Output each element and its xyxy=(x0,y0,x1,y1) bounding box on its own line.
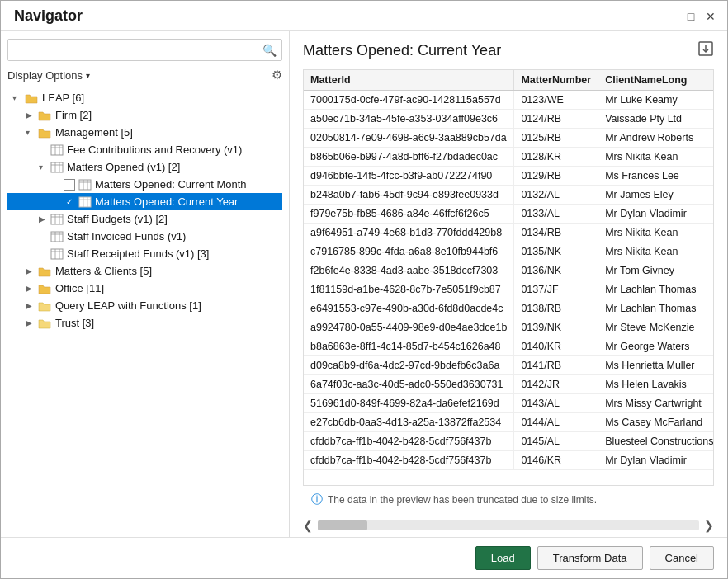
tree-item-matters-opened[interactable]: ▾ Matters Opened (v1) [2] xyxy=(7,158,282,176)
search-box[interactable]: 🔍 xyxy=(7,39,282,61)
tree-item-current-year[interactable]: ✓ Matters Opened: Current Year xyxy=(7,193,282,210)
table-icon-current-month xyxy=(78,179,92,191)
table-cell: 0137/JF xyxy=(514,280,598,299)
table-cell: 0145/AL xyxy=(514,432,598,451)
transform-data-button[interactable]: Transform Data xyxy=(537,546,643,570)
col-header-matterid: MatterId xyxy=(304,70,514,91)
settings-icon[interactable]: ⚙ xyxy=(272,68,282,82)
table-cell: e27cb6db-0aa3-4d13-a25a-13872ffa2534 xyxy=(304,413,514,432)
table-cell: Mr Tom Givney xyxy=(598,261,714,280)
tree-item-current-month[interactable]: Matters Opened: Current Month xyxy=(7,176,282,193)
tree-item-trust[interactable]: ▶ Trust [3] xyxy=(7,314,282,332)
checkbox-current-year[interactable]: ✓ xyxy=(64,196,75,208)
table-row: f979e75b-fb85-4686-a84e-46ffcf6f26c50133… xyxy=(304,205,714,224)
table-cell: e6491553-c97e-490b-a30d-6fd8d0acde4c xyxy=(304,299,514,318)
tree-label-leap: LEAP [6] xyxy=(42,92,84,104)
navigator-window: Navigator □ ✕ 🔍 Display Options ▾ ⚙ xyxy=(0,0,728,579)
table-cell: b248a0b7-fab6-45df-9c94-e893fee0933d xyxy=(304,186,514,205)
table-row: b8a6863e-8ff1-4c14-85d7-b454c1626a480140… xyxy=(304,337,714,356)
table-cell: Ms Henrietta Muller xyxy=(598,356,714,375)
table-cell: Mrs Nikita Kean xyxy=(598,242,714,261)
table-icon-staff-invoiced xyxy=(50,231,64,242)
scroll-thumb[interactable] xyxy=(318,520,367,530)
svg-rect-16 xyxy=(51,214,63,224)
export-icon[interactable] xyxy=(697,40,714,61)
table-row: a9f64951-a749-4e68-b1d3-770fddd429b80134… xyxy=(304,224,714,242)
col-header-clientnamelong: ClientNameLong xyxy=(598,70,714,91)
tree-item-leap[interactable]: ▾ LEAP [6] xyxy=(7,89,282,106)
scroll-right-icon[interactable]: ❯ xyxy=(704,519,714,532)
folder-icon-matters-clients xyxy=(37,266,52,277)
tree-label-current-month: Matters Opened: Current Month xyxy=(95,178,247,191)
tree-label-office: Office [11] xyxy=(55,282,104,294)
table-cell: 6a74f03c-aa3c-40d5-adc0-550ed3630731 xyxy=(304,375,514,394)
table-cell: Ms Casey McFarland xyxy=(598,413,714,432)
table-cell: 516961d0-849f-4699-82a4-da6efef2169d xyxy=(304,394,514,413)
tree-label-current-year: Matters Opened: Current Year xyxy=(95,195,238,208)
table-cell: a50ec71b-34a5-45fe-a353-034aff09e3c6 xyxy=(304,110,514,129)
tree-item-staff-budgets[interactable]: ▶ Staff Budgets (v1) [2] xyxy=(7,210,282,228)
tree-item-fee[interactable]: Fee Contributions and Recovery (v1) xyxy=(7,141,282,158)
table-cell: Mr Steve McKenzie xyxy=(598,318,714,337)
display-options-button[interactable]: Display Options ▾ xyxy=(7,69,90,82)
tree-item-matters-clients[interactable]: ▶ Matters & Clients [5] xyxy=(7,262,282,280)
tree-label-management: Management [5] xyxy=(55,126,133,139)
scroll-track[interactable] xyxy=(318,520,699,530)
table-icon-current-year xyxy=(78,196,92,208)
tree-item-management[interactable]: ▾ Management [5] xyxy=(7,124,282,141)
truncated-text: The data in the preview has been truncat… xyxy=(328,494,597,506)
table-cell: Vaissade Pty Ltd xyxy=(598,110,714,129)
table-cell: 0123/WE xyxy=(514,91,598,110)
table-cell: 02050814-7e09-4698-a6c9-3aa889cb57da xyxy=(304,129,514,148)
tree-container[interactable]: ▾ LEAP [6] ▶ Firm [2] ▾ xyxy=(7,89,282,529)
table-cell: Ms Helen Lavakis xyxy=(598,375,714,394)
svg-rect-12 xyxy=(79,197,91,207)
scroll-left-icon[interactable]: ❮ xyxy=(303,519,313,532)
window-title: Navigator xyxy=(14,7,83,25)
preview-table-wrapper[interactable]: MatterId MatterNumber ClientNameLong 700… xyxy=(303,69,714,486)
svg-rect-8 xyxy=(79,180,91,190)
table-row: b865b06e-b997-4a8d-bff6-f27bdadec0ac0128… xyxy=(304,148,714,167)
title-bar: Navigator □ ✕ xyxy=(1,1,727,31)
table-row: 02050814-7e09-4698-a6c9-3aa889cb57da0125… xyxy=(304,129,714,148)
folder-icon-office xyxy=(37,283,52,294)
table-cell: Mr Lachlan Thomas xyxy=(598,280,714,299)
table-cell: a9924780-0a55-4409-98e9-d0e4ae3dce1b xyxy=(304,318,514,337)
load-button[interactable]: Load xyxy=(475,546,531,570)
table-cell: b8a6863e-8ff1-4c14-85d7-b454c1626a48 xyxy=(304,337,514,356)
table-cell: 0141/RB xyxy=(514,356,598,375)
right-panel: Matters Opened: Current Year MatterId Ma… xyxy=(290,31,727,537)
display-options-arrow: ▾ xyxy=(86,71,90,80)
minimize-icon[interactable]: □ xyxy=(684,10,697,23)
table-icon-staff-receipted xyxy=(50,248,64,260)
tree-item-office[interactable]: ▶ Office [11] xyxy=(7,280,282,297)
table-row: e6491553-c97e-490b-a30d-6fd8d0acde4c0138… xyxy=(304,299,714,318)
folder-icon-leap xyxy=(24,92,39,104)
table-cell: Ms Frances Lee xyxy=(598,167,714,186)
table-cell: 0139/NK xyxy=(514,318,598,337)
table-cell: 0143/AL xyxy=(514,394,598,413)
table-cell: cfddb7ca-ff1b-4042-b428-5cdf756f437b xyxy=(304,432,514,451)
tree-item-staff-receipted[interactable]: Staff Receipted Funds (v1) [3] xyxy=(7,245,282,262)
tree-item-firm[interactable]: ▶ Firm [2] xyxy=(7,106,282,124)
tree-label-matters-clients: Matters & Clients [5] xyxy=(55,265,152,277)
tree-item-query-leap[interactable]: ▶ Query LEAP with Functions [1] xyxy=(7,297,282,314)
checkbox-current-month[interactable] xyxy=(64,179,75,191)
main-content: 🔍 Display Options ▾ ⚙ ▾ LEAP [6] xyxy=(1,31,727,537)
cancel-button[interactable]: Cancel xyxy=(650,546,714,570)
table-row: a50ec71b-34a5-45fe-a353-034aff09e3c60124… xyxy=(304,110,714,129)
table-cell: d946bbfe-14f5-4fcc-b3f9-ab0722274f90 xyxy=(304,167,514,186)
close-icon[interactable]: ✕ xyxy=(704,10,717,23)
table-cell: Mr Andrew Roberts xyxy=(598,129,714,148)
table-cell: Mr Luke Keamy xyxy=(598,91,714,110)
table-cell: Mr Dylan Vladimir xyxy=(598,451,714,470)
table-cell: 0134/RB xyxy=(514,224,598,242)
preview-table: MatterId MatterNumber ClientNameLong 700… xyxy=(304,70,714,470)
left-panel: 🔍 Display Options ▾ ⚙ ▾ LEAP [6] xyxy=(1,31,290,537)
table-row: a9924780-0a55-4409-98e9-d0e4ae3dce1b0139… xyxy=(304,318,714,337)
table-cell: 0135/NK xyxy=(514,242,598,261)
table-row: d946bbfe-14f5-4fcc-b3f9-ab0722274f900129… xyxy=(304,167,714,186)
table-icon-fee xyxy=(50,144,64,156)
tree-item-staff-invoiced[interactable]: Staff Invoiced Funds (v1) xyxy=(7,228,282,245)
search-input[interactable] xyxy=(8,40,258,60)
